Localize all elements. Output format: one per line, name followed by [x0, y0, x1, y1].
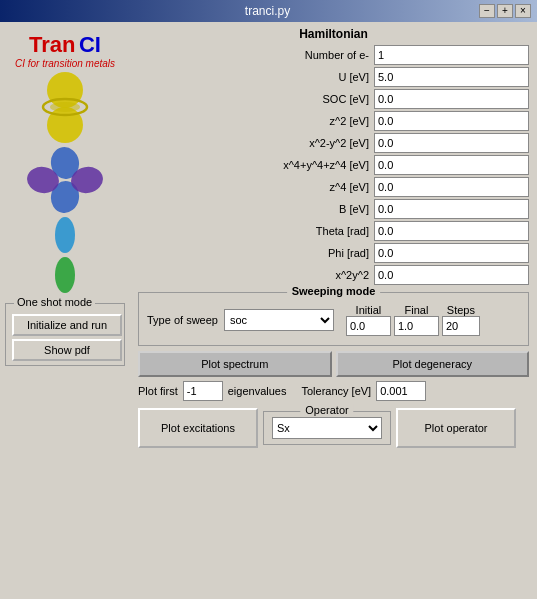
- operator-title: Operator: [300, 404, 353, 416]
- eigenval-row: Plot first eigenvalues Tolerancy [eV]: [138, 381, 529, 401]
- sweep-type-label: Type of sweep: [147, 314, 218, 326]
- param-row: SOC [eV]: [138, 89, 529, 109]
- param-label: B [eV]: [254, 203, 374, 215]
- param-input[interactable]: [374, 133, 529, 153]
- ci-label: CI: [79, 32, 101, 57]
- tran-ci-subtitle: CI for transition metals: [15, 58, 115, 70]
- sweep-type-row: Type of sweep soc U z^2 x^2-y^2 B Theta …: [147, 304, 520, 336]
- window-controls: − + ×: [479, 4, 531, 18]
- main-content: Tran CI CI for transition metals: [0, 22, 537, 599]
- param-label: z^2 [eV]: [254, 115, 374, 127]
- param-input[interactable]: [374, 67, 529, 87]
- excitations-row: Plot excitations Operator Sx Sy Sz Lx Ly…: [138, 408, 529, 448]
- param-label: Phi [rad]: [254, 247, 374, 259]
- operator-select[interactable]: Sx Sy Sz Lx Ly Lz: [272, 417, 382, 439]
- sweep-type-select[interactable]: soc U z^2 x^2-y^2 B Theta Phi: [224, 309, 334, 331]
- param-row: x^4+y^4+z^4 [eV]: [138, 155, 529, 175]
- operator-section: Operator Sx Sy Sz Lx Ly Lz: [263, 411, 391, 445]
- plot-excitations-button[interactable]: Plot excitations: [138, 408, 258, 448]
- tran-label: Tran: [29, 32, 75, 57]
- svg-point-9: [55, 257, 75, 293]
- hamiltonian-title: Hamiltonian: [138, 27, 529, 41]
- param-label: x^2-y^2 [eV]: [254, 137, 374, 149]
- param-row: z^4 [eV]: [138, 177, 529, 197]
- param-label: Theta [rad]: [254, 225, 374, 237]
- param-label: SOC [eV]: [254, 93, 374, 105]
- param-input[interactable]: [374, 243, 529, 263]
- maximize-button[interactable]: +: [497, 4, 513, 18]
- plot-degeneracy-button[interactable]: Plot degeneracy: [336, 351, 530, 377]
- plot-first-input[interactable]: [183, 381, 223, 401]
- initial-input[interactable]: [346, 316, 391, 336]
- initial-label: Initial: [351, 304, 386, 316]
- param-label: U [eV]: [254, 71, 374, 83]
- param-input[interactable]: [374, 111, 529, 131]
- title-bar: tranci.py − + ×: [0, 0, 537, 22]
- param-input[interactable]: [374, 221, 529, 241]
- param-input[interactable]: [374, 45, 529, 65]
- final-label: Final: [399, 304, 434, 316]
- svg-point-8: [55, 217, 75, 253]
- window-title: tranci.py: [56, 4, 479, 18]
- param-input[interactable]: [374, 155, 529, 175]
- one-shot-title: One shot mode: [14, 296, 95, 308]
- plot-first-label: Plot first: [138, 385, 178, 397]
- param-label: Number of e-: [254, 49, 374, 61]
- show-pdf-button[interactable]: Show pdf: [12, 339, 122, 361]
- close-button[interactable]: ×: [515, 4, 531, 18]
- param-label: x^4+y^4+z^4 [eV]: [254, 159, 374, 171]
- initialize-run-button[interactable]: Initialize and run: [12, 314, 122, 336]
- param-row: Phi [rad]: [138, 243, 529, 263]
- param-row: Theta [rad]: [138, 221, 529, 241]
- param-label: x^2y^2: [254, 269, 374, 281]
- plot-operator-button[interactable]: Plot operator: [396, 408, 516, 448]
- param-input[interactable]: [374, 177, 529, 197]
- steps-input[interactable]: [442, 316, 480, 336]
- param-row: x^2-y^2 [eV]: [138, 133, 529, 153]
- one-shot-group: One shot mode Initialize and run Show pd…: [5, 303, 125, 366]
- tolerancy-input[interactable]: [376, 381, 426, 401]
- param-input[interactable]: [374, 265, 529, 285]
- left-panel: Tran CI CI for transition metals: [0, 22, 130, 599]
- param-input[interactable]: [374, 89, 529, 109]
- svg-point-3: [50, 102, 80, 112]
- param-input[interactable]: [374, 199, 529, 219]
- tran-ci-branding: Tran CI CI for transition metals: [15, 32, 115, 70]
- param-label: z^4 [eV]: [254, 181, 374, 193]
- tolerancy-label: Tolerancy [eV]: [301, 385, 371, 397]
- orbital-dz2: [25, 70, 105, 145]
- minimize-button[interactable]: −: [479, 4, 495, 18]
- param-row: x^2y^2: [138, 265, 529, 285]
- orbital-dz: [35, 215, 95, 295]
- hamiltonian-section: Hamiltonian Number of e-U [eV]SOC [eV]z^…: [138, 27, 529, 287]
- orbital-dx2y2: [25, 145, 105, 215]
- eigenvalues-label: eigenvalues: [228, 385, 287, 397]
- sweeping-section: Sweeping mode Type of sweep soc U z^2 x^…: [138, 292, 529, 346]
- plot-spectrum-button[interactable]: Plot spectrum: [138, 351, 332, 377]
- plot-buttons-row: Plot spectrum Plot degeneracy: [138, 351, 529, 377]
- param-row: Number of e-: [138, 45, 529, 65]
- sweeping-title: Sweeping mode: [287, 285, 381, 297]
- param-row: z^2 [eV]: [138, 111, 529, 131]
- param-row: B [eV]: [138, 199, 529, 219]
- param-row: U [eV]: [138, 67, 529, 87]
- right-panel: Hamiltonian Number of e-U [eV]SOC [eV]z^…: [130, 22, 537, 599]
- param-rows: Number of e-U [eV]SOC [eV]z^2 [eV]x^2-y^…: [138, 45, 529, 285]
- final-input[interactable]: [394, 316, 439, 336]
- steps-label: Steps: [443, 304, 478, 316]
